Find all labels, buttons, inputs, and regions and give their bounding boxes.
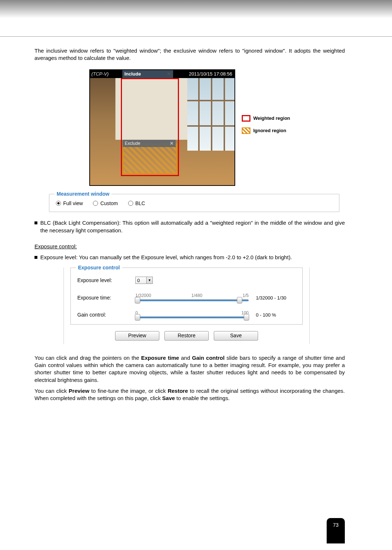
radio-custom-label: Custom — [100, 200, 118, 207]
ignored-region-box[interactable] — [123, 143, 177, 174]
camera-timestamp: 2011/10/15 17:08:56 — [189, 71, 234, 77]
exposure-level-bullet: Exposure level: You can manually set the… — [34, 254, 345, 261]
blc-bullet: BLC (Back Light Compensation): This opti… — [34, 219, 345, 234]
exposure-panel-title: Exposure control — [76, 264, 122, 271]
exposure-level-select[interactable]: 0 ▼ — [135, 277, 153, 284]
camera-image: Exclude ✕ — [90, 78, 234, 185]
legend-ignored-label: Ignored region — [253, 127, 286, 134]
header-rule — [0, 36, 392, 37]
gain-control-slider[interactable] — [135, 317, 249, 318]
include-window-tab[interactable]: Include ✕ — [122, 70, 173, 78]
header-gradient — [0, 0, 392, 18]
slider-handle-min[interactable] — [135, 314, 140, 321]
radio-full-view-label: Full view — [63, 200, 83, 207]
close-icon[interactable]: ✕ — [170, 140, 173, 146]
legend-weighted-label: Weighted region — [253, 115, 290, 122]
save-button[interactable]: Save — [214, 331, 258, 341]
exposure-level-label: Exposure level: — [77, 277, 135, 284]
radio-blc[interactable]: BLC — [128, 200, 145, 207]
exposure-control-panel: Exposure control Exposure level: 0 ▼ Exp… — [64, 268, 310, 344]
radio-blc-label: BLC — [135, 200, 145, 207]
gain-control-label: Gain control: — [77, 311, 135, 318]
ignored-swatch — [242, 127, 250, 134]
preview-button[interactable]: Preview — [115, 331, 159, 341]
legend: Weighted region Ignored region — [242, 115, 290, 140]
camera-preview: (TCP-V) Include ✕ 2011/10/15 17:08:56 — [89, 69, 235, 186]
exposure-time-range: 1/32000 - 1/30 — [249, 295, 296, 301]
measurement-window-fieldset: Measurement window Full view Custom BLC — [49, 194, 339, 212]
exclude-label: Exclude — [125, 140, 140, 146]
exclude-window-tab[interactable]: Exclude ✕ — [123, 140, 176, 147]
exposure-time-max: 1/5 — [242, 293, 249, 298]
exposure-time-slider[interactable] — [135, 300, 249, 301]
buttons-explain-paragraph: You can click Preview to fine-tune the i… — [34, 387, 345, 402]
restore-button[interactable]: Restore — [164, 331, 209, 341]
measurement-window-title: Measurement window — [54, 191, 111, 197]
slider-handle-max[interactable] — [237, 297, 242, 303]
chevron-down-icon: ▼ — [146, 277, 152, 284]
camera-connection-label: (TCP-V) — [90, 71, 122, 77]
exposure-control-heading: Exposure control: — [34, 243, 345, 250]
slider-handle-max[interactable] — [244, 314, 249, 321]
radio-full-view[interactable]: Full view — [56, 200, 83, 207]
gain-range: 0 - 100 % — [249, 312, 296, 318]
slider-explain-paragraph: You can click and drag the pointers on t… — [34, 354, 345, 384]
weighted-swatch — [242, 115, 250, 122]
intro-paragraph: The inclusive window refers to "weighted… — [34, 47, 345, 62]
exposure-time-label: Exposure time: — [77, 294, 135, 301]
radio-custom[interactable]: Custom — [93, 200, 118, 207]
close-icon[interactable]: ✕ — [167, 71, 171, 77]
page-number: 73 — [327, 518, 345, 543]
exposure-time-mid: 1/480 — [191, 293, 202, 298]
include-label: Include — [124, 71, 141, 77]
slider-handle-min[interactable] — [135, 297, 140, 303]
